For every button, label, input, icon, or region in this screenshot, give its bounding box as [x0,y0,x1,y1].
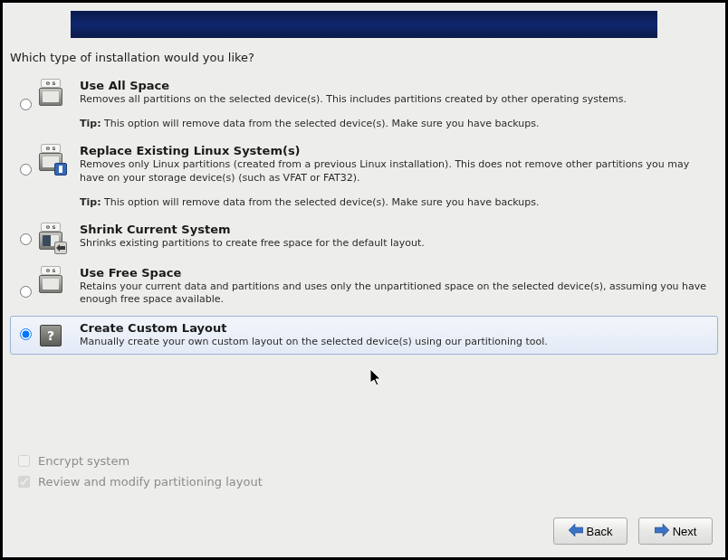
back-button[interactable]: Back [553,517,627,545]
option-title: Create Custom Layout [80,321,712,335]
option-desc: Retains your current data and partitions… [80,280,712,308]
radio-use-all-space[interactable] [20,99,32,110]
option-desc: Shrinks existing partitions to create fr… [80,237,712,251]
option-tip: Tip: This option will remove data from t… [80,196,712,208]
option-title: Replace Existing Linux System(s) [80,144,712,157]
arrow-left-icon [569,524,583,539]
option-replace-linux[interactable]: o s Replace Existing Linux System(s) Rem… [10,138,718,214]
arrow-right-icon [655,524,669,539]
question-label: Which type of installation would you lik… [10,51,718,64]
encrypt-label: Encrypt system [38,454,129,468]
disk-icon-free: o s [34,266,67,295]
footer-checks: Encrypt system Review and modify partiti… [14,452,263,494]
radio-use-free-space[interactable] [20,286,32,298]
installer-window: Which type of installation would you lik… [3,3,725,557]
disk-icon-replace: o s [34,144,67,173]
disk-icon-shrink: o s [34,223,67,252]
svg-marker-1 [569,524,583,536]
option-use-free-space[interactable]: o s Use Free Space Retains your current … [10,261,718,313]
encrypt-checkbox[interactable] [18,455,30,467]
option-desc: Removes all partitions on the selected d… [80,93,712,107]
review-checkbox[interactable] [18,476,30,488]
option-tip: Tip: This option will remove data from t… [80,118,712,129]
button-bar: Back Next [553,517,713,545]
question-icon: ? [34,321,67,346]
option-shrink-current[interactable]: o s Shrink Current System Shrinks existi… [10,217,718,257]
option-use-all-space[interactable]: o s Use All Space Removes all partitions… [10,73,718,135]
next-button[interactable]: Next [638,517,713,545]
review-layout-check[interactable]: Review and modify partitioning layout [14,473,263,490]
option-title: Shrink Current System [80,223,712,236]
option-desc: Removes only Linux partitions (created f… [80,158,712,185]
review-label: Review and modify partitioning layout [38,475,263,489]
radio-custom-layout[interactable] [20,328,32,340]
radio-shrink-current[interactable] [20,233,32,245]
svg-marker-0 [56,244,65,252]
back-label: Back [587,525,613,538]
radio-replace-linux[interactable] [20,164,32,176]
option-title: Use All Space [80,79,712,92]
option-desc: Manually create your own custom layout o… [80,336,712,349]
encrypt-system-check[interactable]: Encrypt system [14,452,263,470]
option-custom-layout[interactable]: ? Create Custom Layout Manually create y… [10,316,718,355]
next-label: Next [673,525,697,538]
disk-icon-all: o s [34,79,67,108]
svg-marker-2 [655,524,669,536]
option-title: Use Free Space [80,266,712,280]
header-banner [71,11,657,38]
